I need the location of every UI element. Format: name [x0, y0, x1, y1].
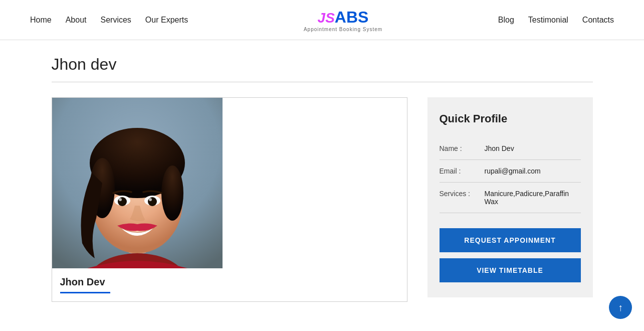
expert-photo	[52, 98, 223, 268]
logo-subtitle: Appointment Booking System	[304, 27, 382, 32]
nav-link-about[interactable]: About	[66, 16, 87, 25]
nav-left: Home About Services Our Experts	[30, 16, 188, 25]
page-title: Jhon dev	[52, 55, 593, 74]
profile-email-value: rupali@gmail.com	[485, 167, 581, 175]
logo-top: JS ABS	[318, 8, 369, 27]
logo-abs: ABS	[335, 8, 369, 27]
nav-link-testimonial[interactable]: Testimonial	[528, 16, 568, 25]
profile-services-label: Services :	[440, 190, 485, 198]
profile-services-row: Services : Manicure,Padicure,Paraffin Wa…	[440, 183, 581, 213]
profile-email-row: Email : rupali@gmail.com	[440, 160, 581, 183]
svg-point-10	[148, 197, 157, 206]
scroll-to-top-button[interactable]: ↑	[609, 296, 632, 317]
expert-name-underline	[60, 292, 110, 293]
expert-image-area	[52, 98, 407, 268]
nav-link-experts[interactable]: Our Experts	[145, 16, 188, 25]
page-container: Jhon dev	[22, 40, 623, 317]
profile-email-label: Email :	[440, 167, 485, 175]
logo-js: JS	[318, 10, 335, 26]
svg-point-11	[119, 198, 122, 201]
svg-point-6	[161, 165, 183, 221]
title-divider	[52, 82, 593, 82]
quick-profile-title: Quick Profile	[440, 112, 581, 125]
scroll-top-icon: ↑	[618, 302, 623, 313]
profile-name-label: Name :	[440, 144, 485, 152]
nav-link-services[interactable]: Services	[101, 16, 131, 25]
left-panel: Jhon Dev	[52, 97, 407, 302]
nav-right: Blog Testimonial Contacts	[498, 16, 614, 25]
expert-name: Jhon Dev	[52, 268, 407, 292]
profile-name-row: Name : Jhon Dev	[440, 137, 581, 160]
svg-point-12	[149, 198, 152, 201]
profile-services-value: Manicure,Padicure,Paraffin Wax	[485, 190, 581, 206]
photo-svg	[52, 98, 223, 268]
main-content: Jhon Dev Quick Profile Name : Jhon Dev E…	[52, 97, 593, 302]
expert-card: Jhon Dev	[52, 97, 407, 302]
nav-link-contacts[interactable]: Contacts	[582, 16, 614, 25]
navbar: Home About Services Our Experts JS ABS A…	[0, 0, 644, 40]
profile-actions: REQUEST APPOINMENT VIEW TIMETABLE	[440, 228, 581, 282]
quick-profile-panel: Quick Profile Name : Jhon Dev Email : ru…	[427, 97, 593, 297]
view-timetable-button[interactable]: VIEW TIMETABLE	[440, 258, 581, 282]
nav-link-home[interactable]: Home	[30, 16, 52, 25]
nav-link-blog[interactable]: Blog	[498, 16, 514, 25]
request-appointment-button[interactable]: REQUEST APPOINMENT	[440, 228, 581, 252]
svg-point-9	[118, 197, 127, 206]
expert-blank-area	[223, 98, 407, 268]
profile-name-value: Jhon Dev	[485, 144, 581, 152]
logo[interactable]: JS ABS Appointment Booking System	[304, 8, 382, 32]
